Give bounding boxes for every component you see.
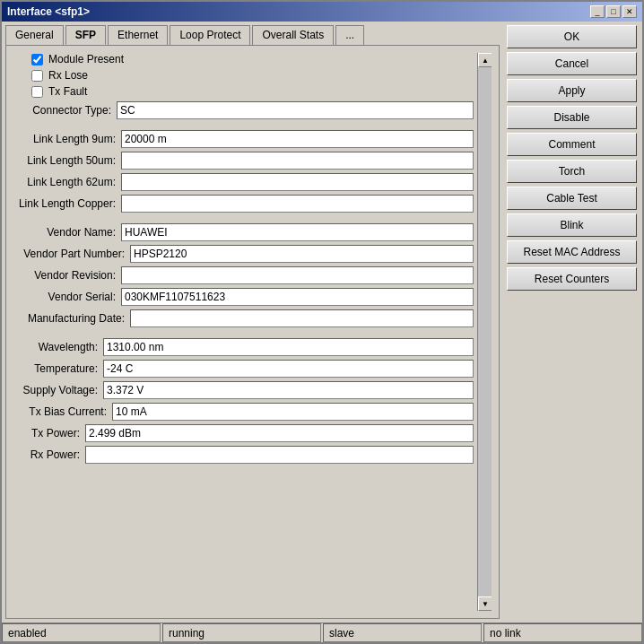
rx-power-input[interactable] (85, 446, 474, 464)
link-length-50um-row: Link Length 50um: (13, 152, 474, 170)
tx-fault-row: Tx Fault (31, 85, 474, 98)
vendor-serial-label: Vendor Serial: (13, 291, 121, 303)
tx-bias-current-input[interactable] (112, 403, 474, 421)
link-length-62um-input[interactable] (121, 173, 474, 191)
tab-ethernet[interactable]: Ethernet (108, 25, 168, 45)
manufacturing-date-input[interactable] (130, 309, 474, 327)
tab-loop-protect[interactable]: Loop Protect (170, 25, 250, 45)
temperature-input[interactable] (103, 360, 474, 378)
tx-power-row: Tx Power: (13, 424, 474, 442)
reset-counters-button[interactable]: Reset Counters (507, 267, 637, 291)
tx-bias-current-label: Tx Bias Current: (13, 405, 112, 418)
title-bar-controls: _ □ ✕ (590, 5, 637, 18)
link-length-50um-label: Link Length 50um: (13, 154, 121, 167)
tx-fault-checkbox[interactable] (31, 86, 43, 98)
link-length-50um-input[interactable] (121, 152, 474, 170)
link-length-9um-label: Link Length 9um: (13, 133, 121, 145)
module-present-row: Module Present (31, 53, 474, 65)
scroll-up-button[interactable]: ▲ (478, 53, 492, 67)
status-slave: slave (323, 623, 482, 642)
link-length-copper-row: Link Length Copper: (13, 195, 474, 213)
supply-voltage-label: Supply Voltage: (13, 384, 103, 396)
title-bar: Interface <sfp1> _ □ ✕ (2, 2, 642, 22)
vendor-revision-row: Vendor Revision: (13, 266, 474, 284)
rx-lose-checkbox[interactable] (31, 70, 43, 82)
connector-type-label: Connector Type: (13, 104, 117, 117)
connector-type-row: Connector Type: (13, 101, 474, 119)
vendor-part-number-row: Vendor Part Number: (13, 245, 474, 263)
vertical-scrollbar[interactable]: ▲ ▼ (477, 53, 492, 611)
tx-bias-current-row: Tx Bias Current: (13, 403, 474, 421)
disable-button[interactable]: Disable (507, 106, 637, 129)
content-area: General SFP Ethernet Loop Protect Overal… (2, 22, 642, 622)
close-button[interactable]: ✕ (622, 5, 637, 18)
blink-button[interactable]: Blink (507, 213, 637, 237)
vendor-part-number-input[interactable] (130, 245, 474, 263)
tab-general[interactable]: General (5, 25, 64, 45)
right-panel: OK Cancel Apply Disable Comment Torch Ca… (503, 22, 642, 622)
supply-voltage-input[interactable] (103, 381, 474, 399)
vendor-name-row: Vendor Name: (13, 223, 474, 241)
comment-button[interactable]: Comment (507, 133, 637, 156)
link-length-copper-input[interactable] (121, 195, 474, 213)
wavelength-input[interactable] (103, 338, 474, 356)
wavelength-label: Wavelength: (13, 341, 103, 353)
scroll-track[interactable] (478, 67, 492, 596)
vendor-serial-row: Vendor Serial: (13, 288, 474, 306)
status-running: running (162, 623, 321, 642)
manufacturing-date-row: Manufacturing Date: (13, 309, 474, 327)
torch-button[interactable]: Torch (507, 160, 637, 183)
sfp-tab-content: Module Present Rx Lose Tx Fault Conn (5, 45, 500, 619)
module-present-checkbox[interactable] (31, 54, 43, 65)
cable-test-button[interactable]: Cable Test (507, 187, 637, 210)
supply-voltage-row: Supply Voltage: (13, 381, 474, 399)
scroll-container: Module Present Rx Lose Tx Fault Conn (13, 53, 492, 611)
main-window: Interface <sfp1> _ □ ✕ General SFP Ether… (0, 0, 644, 644)
apply-button[interactable]: Apply (507, 79, 637, 102)
tx-power-label: Tx Power: (13, 427, 85, 439)
rx-lose-label: Rx Lose (48, 69, 88, 82)
maximize-button[interactable]: □ (606, 5, 621, 18)
minimize-button[interactable]: _ (590, 5, 605, 18)
temperature-row: Temperature: (13, 360, 474, 378)
status-link: no link (483, 623, 642, 642)
vendor-revision-label: Vendor Revision: (13, 269, 121, 282)
temperature-label: Temperature: (13, 362, 103, 375)
reset-mac-button[interactable]: Reset MAC Address (507, 240, 637, 264)
link-length-9um-row: Link Length 9um: (13, 130, 474, 148)
link-length-copper-label: Link Length Copper: (13, 197, 121, 210)
status-enabled: enabled (2, 623, 161, 642)
cancel-button[interactable]: Cancel (507, 52, 637, 75)
vendor-part-number-label: Vendor Part Number: (13, 248, 130, 260)
vendor-name-input[interactable] (121, 223, 474, 241)
status-bar: enabled running slave no link (2, 622, 642, 642)
tx-power-input[interactable] (85, 424, 474, 442)
tab-bar: General SFP Ethernet Loop Protect Overal… (5, 25, 500, 45)
manufacturing-date-label: Manufacturing Date: (13, 312, 130, 325)
rx-power-label: Rx Power: (13, 448, 85, 461)
tab-overall-stats[interactable]: Overall Stats (252, 25, 334, 45)
tab-sfp[interactable]: SFP (65, 25, 106, 45)
main-panel: General SFP Ethernet Loop Protect Overal… (2, 22, 503, 622)
tx-fault-label: Tx Fault (48, 85, 87, 98)
link-length-62um-row: Link Length 62um: (13, 173, 474, 191)
wavelength-row: Wavelength: (13, 338, 474, 356)
vendor-revision-input[interactable] (121, 266, 474, 284)
tab-more[interactable]: ... (335, 25, 364, 45)
rx-power-row: Rx Power: (13, 446, 474, 464)
scroll-down-button[interactable]: ▼ (478, 596, 492, 611)
module-present-label: Module Present (48, 53, 124, 65)
vendor-serial-input[interactable] (121, 288, 474, 306)
form-content: Module Present Rx Lose Tx Fault Conn (13, 53, 492, 464)
link-length-9um-input[interactable] (121, 130, 474, 148)
ok-button[interactable]: OK (507, 25, 637, 48)
window-title: Interface <sfp1> (7, 5, 90, 18)
link-length-62um-label: Link Length 62um: (13, 176, 121, 188)
rx-lose-row: Rx Lose (31, 69, 474, 82)
connector-type-input[interactable] (117, 101, 474, 119)
vendor-name-label: Vendor Name: (13, 226, 121, 239)
